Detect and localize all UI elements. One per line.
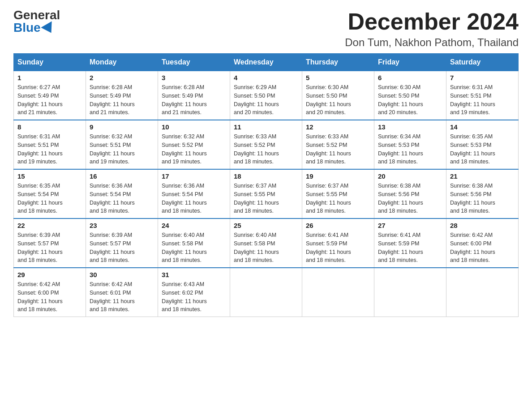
day-number: 28 <box>450 222 515 229</box>
day-info: Sunrise: 6:27 AMSunset: 5:49 PMDaylight:… <box>17 83 82 117</box>
day-number: 8 <box>17 123 82 131</box>
day-info: Sunrise: 6:31 AMSunset: 5:51 PMDaylight:… <box>17 133 82 166</box>
day-number: 2 <box>90 74 154 81</box>
day-number: 16 <box>90 172 154 180</box>
calendar-cell: 24Sunrise: 6:40 AMSunset: 5:58 PMDayligh… <box>158 218 230 268</box>
day-number: 21 <box>450 172 515 180</box>
day-info: Sunrise: 6:41 AMSunset: 5:59 PMDaylight:… <box>378 231 442 265</box>
calendar-cell: 12Sunrise: 6:33 AMSunset: 5:52 PMDayligh… <box>302 120 374 169</box>
weekday-header-saturday: Saturday <box>446 54 519 71</box>
calendar-week-row: 1Sunrise: 6:27 AMSunset: 5:49 PMDaylight… <box>14 71 519 120</box>
day-info: Sunrise: 6:38 AMSunset: 5:56 PMDaylight:… <box>378 182 442 215</box>
title-section: December 2024 Don Tum, Nakhon Pathom, Th… <box>345 9 519 49</box>
calendar-cell <box>230 268 302 317</box>
logo-blue-text: Blue <box>13 21 55 34</box>
day-number: 5 <box>306 74 370 81</box>
calendar-cell: 30Sunrise: 6:42 AMSunset: 6:01 PMDayligh… <box>86 268 158 317</box>
day-info: Sunrise: 6:42 AMSunset: 6:00 PMDaylight:… <box>450 231 515 265</box>
day-number: 20 <box>378 172 442 180</box>
day-info: Sunrise: 6:42 AMSunset: 6:01 PMDaylight:… <box>90 280 154 314</box>
day-number: 7 <box>450 74 515 81</box>
weekday-header-tuesday: Tuesday <box>158 54 230 71</box>
weekday-header-sunday: Sunday <box>14 54 86 71</box>
weekday-header-monday: Monday <box>86 54 158 71</box>
calendar-cell: 7Sunrise: 6:31 AMSunset: 5:51 PMDaylight… <box>446 71 519 120</box>
day-info: Sunrise: 6:33 AMSunset: 5:52 PMDaylight:… <box>306 133 370 166</box>
day-number: 13 <box>378 123 442 131</box>
day-number: 10 <box>162 123 226 131</box>
calendar-cell: 31Sunrise: 6:43 AMSunset: 6:02 PMDayligh… <box>158 268 230 317</box>
page-header: General Blue December 2024 Don Tum, Nakh… <box>13 9 519 49</box>
day-info: Sunrise: 6:40 AMSunset: 5:58 PMDaylight:… <box>234 231 298 265</box>
location-title: Don Tum, Nakhon Pathom, Thailand <box>345 36 519 49</box>
day-number: 22 <box>17 222 82 229</box>
day-info: Sunrise: 6:37 AMSunset: 5:55 PMDaylight:… <box>234 182 298 215</box>
calendar-cell: 20Sunrise: 6:38 AMSunset: 5:56 PMDayligh… <box>374 169 446 218</box>
calendar-week-row: 22Sunrise: 6:39 AMSunset: 5:57 PMDayligh… <box>14 218 519 268</box>
calendar-cell: 6Sunrise: 6:30 AMSunset: 5:50 PMDaylight… <box>374 71 446 120</box>
calendar-cell: 17Sunrise: 6:36 AMSunset: 5:54 PMDayligh… <box>158 169 230 218</box>
day-info: Sunrise: 6:35 AMSunset: 5:54 PMDaylight:… <box>17 182 82 215</box>
day-number: 27 <box>378 222 442 229</box>
day-info: Sunrise: 6:33 AMSunset: 5:52 PMDaylight:… <box>234 133 298 166</box>
day-info: Sunrise: 6:39 AMSunset: 5:57 PMDaylight:… <box>17 231 82 265</box>
day-number: 1 <box>17 74 82 81</box>
calendar-cell: 19Sunrise: 6:37 AMSunset: 5:55 PMDayligh… <box>302 169 374 218</box>
day-info: Sunrise: 6:30 AMSunset: 5:50 PMDaylight:… <box>306 83 370 117</box>
day-info: Sunrise: 6:31 AMSunset: 5:51 PMDaylight:… <box>450 83 515 117</box>
day-info: Sunrise: 6:38 AMSunset: 5:56 PMDaylight:… <box>450 182 515 215</box>
calendar-cell: 5Sunrise: 6:30 AMSunset: 5:50 PMDaylight… <box>302 71 374 120</box>
day-info: Sunrise: 6:34 AMSunset: 5:53 PMDaylight:… <box>378 133 442 166</box>
day-info: Sunrise: 6:36 AMSunset: 5:54 PMDaylight:… <box>90 182 154 215</box>
calendar-cell: 28Sunrise: 6:42 AMSunset: 6:00 PMDayligh… <box>446 218 519 268</box>
day-info: Sunrise: 6:42 AMSunset: 6:00 PMDaylight:… <box>17 280 82 314</box>
day-number: 4 <box>234 74 298 81</box>
weekday-header-friday: Friday <box>374 54 446 71</box>
day-number: 26 <box>306 222 370 229</box>
day-number: 30 <box>90 271 154 278</box>
calendar-week-row: 29Sunrise: 6:42 AMSunset: 6:00 PMDayligh… <box>14 268 519 317</box>
calendar-cell: 4Sunrise: 6:29 AMSunset: 5:50 PMDaylight… <box>230 71 302 120</box>
calendar-cell: 2Sunrise: 6:28 AMSunset: 5:49 PMDaylight… <box>86 71 158 120</box>
weekday-header-wednesday: Wednesday <box>230 54 302 71</box>
day-number: 23 <box>90 222 154 229</box>
calendar-table: SundayMondayTuesdayWednesdayThursdayFrid… <box>13 53 519 317</box>
calendar-cell: 15Sunrise: 6:35 AMSunset: 5:54 PMDayligh… <box>14 169 86 218</box>
calendar-cell <box>302 268 374 317</box>
calendar-week-row: 8Sunrise: 6:31 AMSunset: 5:51 PMDaylight… <box>14 120 519 169</box>
day-info: Sunrise: 6:28 AMSunset: 5:49 PMDaylight:… <box>90 83 154 117</box>
day-number: 12 <box>306 123 370 131</box>
calendar-cell: 27Sunrise: 6:41 AMSunset: 5:59 PMDayligh… <box>374 218 446 268</box>
day-info: Sunrise: 6:32 AMSunset: 5:52 PMDaylight:… <box>162 133 226 166</box>
day-number: 14 <box>450 123 515 131</box>
day-number: 3 <box>162 74 226 81</box>
calendar-cell: 16Sunrise: 6:36 AMSunset: 5:54 PMDayligh… <box>86 169 158 218</box>
day-number: 25 <box>234 222 298 229</box>
day-info: Sunrise: 6:30 AMSunset: 5:50 PMDaylight:… <box>378 83 442 117</box>
calendar-cell: 9Sunrise: 6:32 AMSunset: 5:51 PMDaylight… <box>86 120 158 169</box>
day-info: Sunrise: 6:29 AMSunset: 5:50 PMDaylight:… <box>234 83 298 117</box>
calendar-cell: 22Sunrise: 6:39 AMSunset: 5:57 PMDayligh… <box>14 218 86 268</box>
day-info: Sunrise: 6:43 AMSunset: 6:02 PMDaylight:… <box>162 280 226 314</box>
day-number: 6 <box>378 74 442 81</box>
logo: General Blue <box>13 9 60 34</box>
logo-triangle-icon <box>41 21 56 36</box>
day-info: Sunrise: 6:32 AMSunset: 5:51 PMDaylight:… <box>90 133 154 166</box>
logo-general-text: General <box>13 9 60 21</box>
day-number: 15 <box>17 172 82 180</box>
calendar-week-row: 15Sunrise: 6:35 AMSunset: 5:54 PMDayligh… <box>14 169 519 218</box>
day-number: 9 <box>90 123 154 131</box>
calendar-cell: 11Sunrise: 6:33 AMSunset: 5:52 PMDayligh… <box>230 120 302 169</box>
calendar-cell: 14Sunrise: 6:35 AMSunset: 5:53 PMDayligh… <box>446 120 519 169</box>
calendar-cell: 25Sunrise: 6:40 AMSunset: 5:58 PMDayligh… <box>230 218 302 268</box>
day-info: Sunrise: 6:36 AMSunset: 5:54 PMDaylight:… <box>162 182 226 215</box>
calendar-cell: 26Sunrise: 6:41 AMSunset: 5:59 PMDayligh… <box>302 218 374 268</box>
calendar-cell <box>446 268 519 317</box>
calendar-cell: 8Sunrise: 6:31 AMSunset: 5:51 PMDaylight… <box>14 120 86 169</box>
day-info: Sunrise: 6:39 AMSunset: 5:57 PMDaylight:… <box>90 231 154 265</box>
day-number: 31 <box>162 271 226 278</box>
calendar-cell: 18Sunrise: 6:37 AMSunset: 5:55 PMDayligh… <box>230 169 302 218</box>
calendar-cell: 21Sunrise: 6:38 AMSunset: 5:56 PMDayligh… <box>446 169 519 218</box>
day-info: Sunrise: 6:35 AMSunset: 5:53 PMDaylight:… <box>450 133 515 166</box>
day-info: Sunrise: 6:28 AMSunset: 5:49 PMDaylight:… <box>162 83 226 117</box>
